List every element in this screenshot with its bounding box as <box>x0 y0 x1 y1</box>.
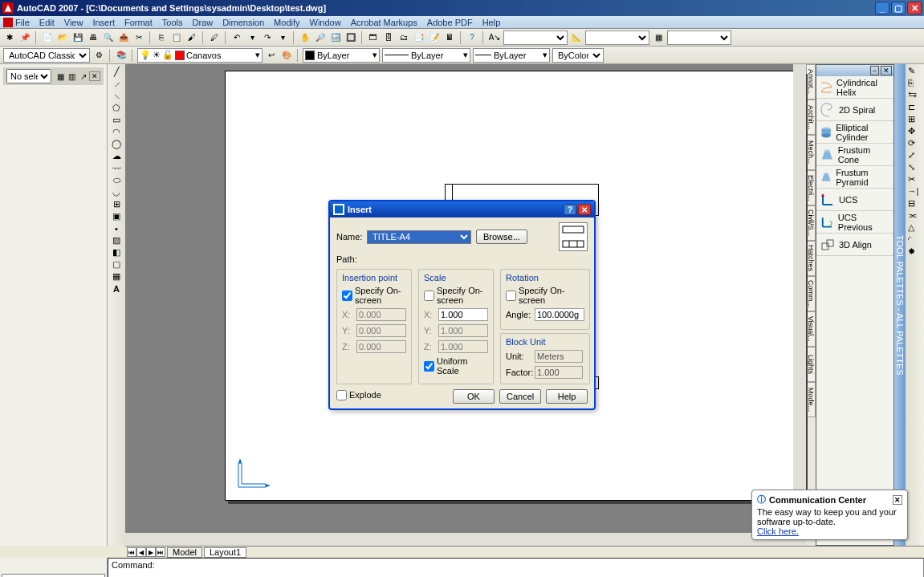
erase-icon[interactable]: ✎ <box>908 66 922 78</box>
move-icon[interactable]: ✥ <box>908 126 922 138</box>
trim-icon[interactable]: ✂ <box>908 174 922 186</box>
fillet-icon[interactable]: ◜ <box>908 234 922 246</box>
quick-select-icon[interactable]: ▦ <box>55 70 66 83</box>
palette-item-spiral[interactable]: 2D Spiral <box>816 99 893 121</box>
ellipse-icon[interactable]: ⬭ <box>109 174 124 186</box>
save-icon[interactable]: 💾 <box>71 31 84 44</box>
table-icon[interactable]: ▦ <box>109 270 124 282</box>
vtab-civil[interactable]: Civil/S... <box>806 205 816 241</box>
print-preview-icon[interactable]: 🔍 <box>102 31 115 44</box>
array-icon[interactable]: ⊞ <box>908 114 922 126</box>
dropdown2-icon[interactable]: ▾ <box>276 31 289 44</box>
dialog-close-button[interactable]: ✕ <box>578 204 591 215</box>
make-block-icon[interactable]: ▣ <box>109 210 124 222</box>
customize-icon[interactable]: ✱ <box>3 31 16 44</box>
zoom-realtime-icon[interactable]: 🔎 <box>314 31 327 44</box>
lineweight-combo[interactable]: ByLayer▾ <box>473 48 550 63</box>
help-icon[interactable]: ? <box>466 31 478 44</box>
menu-adobepdf[interactable]: Adobe PDF <box>427 18 473 27</box>
vtab-electri[interactable]: Electri... <box>806 170 816 205</box>
scale-icon[interactable]: ⤢ <box>908 150 922 162</box>
print-icon[interactable]: 🖶 <box>87 31 100 44</box>
stretch-icon[interactable]: ⤡ <box>908 162 922 174</box>
color-combo[interactable]: ByLayer▾ <box>303 48 380 63</box>
rectangle-icon[interactable]: ▭ <box>109 114 124 126</box>
hatch-icon[interactable]: ▨ <box>109 234 124 246</box>
tool-palettes-icon[interactable]: 🗂 <box>397 31 410 44</box>
chamfer-icon[interactable]: △ <box>908 222 922 234</box>
layer-match-icon[interactable]: 🎨 <box>280 49 293 62</box>
help-button[interactable]: Help <box>546 389 588 404</box>
redo-icon[interactable]: ↷ <box>261 31 274 44</box>
open-icon[interactable]: 📂 <box>56 31 69 44</box>
window-minimize-button[interactable]: _ <box>875 2 889 14</box>
table-style-icon[interactable]: ▦ <box>652 31 665 44</box>
angle-input[interactable] <box>535 308 584 321</box>
scale-specify-checkbox[interactable] <box>424 291 434 301</box>
palette-item-cylinder[interactable]: Elliptical Cylinder <box>816 121 893 144</box>
palette-item-pyramid[interactable]: Frustum Pyramid <box>816 166 893 189</box>
dim-style-combo[interactable] <box>585 30 649 45</box>
undo-icon[interactable]: ↶ <box>230 31 243 44</box>
menu-edit[interactable]: Edit <box>39 18 55 27</box>
line-icon[interactable]: ╱ <box>109 66 124 78</box>
menu-file[interactable]: File <box>15 18 30 27</box>
ellipse-arc-icon[interactable]: ◡ <box>109 186 124 198</box>
panel-close-icon[interactable]: ✕ <box>89 71 100 81</box>
dialog-help-button[interactable]: ? <box>564 204 576 215</box>
xline-icon[interactable]: ⟋ <box>109 78 124 90</box>
layout-next-icon[interactable]: ▶ <box>146 547 156 557</box>
dim-style-icon[interactable]: 📐 <box>570 31 583 44</box>
publish-icon[interactable]: 📤 <box>117 31 130 44</box>
layout-prev-icon[interactable]: ◀ <box>136 547 146 557</box>
select-objects-icon[interactable]: ▥ <box>66 70 77 83</box>
polygon-icon[interactable]: ⬠ <box>109 102 124 114</box>
pan-icon[interactable]: ✋ <box>299 31 311 44</box>
copy-icon[interactable]: ⎘ <box>155 31 168 44</box>
cc-link[interactable]: Click here. <box>757 526 799 536</box>
properties-icon[interactable]: 🗔 <box>367 31 380 44</box>
menu-insert[interactable]: Insert <box>92 18 115 27</box>
zoom-window-icon[interactable]: 🔲 <box>344 31 357 44</box>
workspace-settings-icon[interactable]: ⚙ <box>92 49 105 62</box>
menu-modify[interactable]: Modify <box>274 18 299 27</box>
polyline-icon[interactable]: ⟍ <box>109 90 124 102</box>
horizontal-scrollbar[interactable] <box>125 533 806 546</box>
design-center-icon[interactable]: 🗄 <box>382 31 395 44</box>
layer-props-icon[interactable]: 📚 <box>115 49 128 62</box>
linetype-combo[interactable]: ByLayer▾ <box>382 48 470 63</box>
explode-icon[interactable]: ✸ <box>908 246 922 258</box>
palette-item-ucs-prev[interactable]: UCS Previous <box>816 211 893 234</box>
menu-dimension[interactable]: Dimension <box>222 18 264 27</box>
join-icon[interactable]: ⫘ <box>908 210 922 222</box>
copy-obj-icon[interactable]: ⎘ <box>908 78 922 90</box>
pin-icon[interactable]: 📌 <box>18 31 31 44</box>
extend-icon[interactable]: →| <box>908 186 922 198</box>
layout-last-icon[interactable]: ⏭ <box>156 547 165 557</box>
uniform-scale-checkbox[interactable] <box>424 361 434 372</box>
toggle-pickadd-icon[interactable]: ↗ <box>78 70 89 83</box>
system-menu-icon[interactable] <box>3 18 13 27</box>
cancel-button[interactable]: Cancel <box>499 389 541 404</box>
vtab-visual[interactable]: Visual... <box>806 311 816 347</box>
dialog-titlebar[interactable]: Insert ? ✕ <box>330 201 594 217</box>
menu-window[interactable]: Window <box>310 18 341 27</box>
circle-icon[interactable]: ◯ <box>109 138 124 150</box>
vtab-mech[interactable]: Mech... <box>806 135 816 170</box>
command-line[interactable]: Command: <box>108 558 924 577</box>
vtab-hatches[interactable]: Hatches <box>806 241 816 276</box>
palette-close-icon[interactable]: ✕ <box>881 66 892 75</box>
tab-model[interactable]: Model <box>167 547 202 558</box>
block-name-combo[interactable]: TITLE-A4 <box>367 230 471 244</box>
ip-specify-checkbox[interactable] <box>342 291 352 301</box>
layout-first-icon[interactable]: ⏮ <box>127 547 136 557</box>
workspace-combo[interactable]: AutoCAD Classic <box>3 48 90 63</box>
vtab-lights[interactable]: Lights <box>806 347 816 382</box>
match-props-icon[interactable]: 🖌 <box>185 31 198 44</box>
dropdown-icon[interactable]: ▾ <box>246 31 258 44</box>
layer-combo[interactable]: 💡 ☀ 🔓 Canavos ▾ <box>137 48 263 63</box>
palette-autohide-icon[interactable]: − <box>870 66 879 75</box>
spline-icon[interactable]: 〰 <box>109 162 124 174</box>
quickcalc-icon[interactable]: 🖩 <box>443 31 456 44</box>
cut-icon[interactable]: ✂ <box>132 31 145 44</box>
